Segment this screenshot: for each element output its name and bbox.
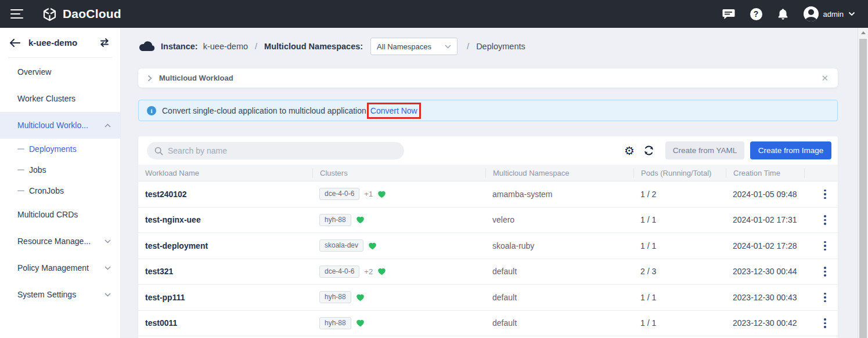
user-menu[interactable]: admin bbox=[804, 6, 855, 21]
sidebar-item-jobs[interactable]: Jobs bbox=[0, 159, 120, 180]
sidebar-item-cronjobs[interactable]: CronJobs bbox=[0, 180, 120, 201]
expand-chevron-icon[interactable] bbox=[147, 75, 152, 82]
sidebar-item-resource-manage[interactable]: Resource Manage... bbox=[0, 228, 120, 255]
column-header-actions bbox=[804, 168, 838, 178]
column-header-pods-running-total: Pods (Running/Total) bbox=[633, 168, 726, 178]
health-heart-icon bbox=[356, 319, 365, 327]
cell-creation-time: 2023-12-30 00:44 bbox=[726, 267, 804, 276]
notifications-bell-icon[interactable] bbox=[777, 8, 788, 20]
sidebar-item-label: Worker Clusters bbox=[17, 94, 111, 103]
search-icon bbox=[154, 147, 163, 155]
subitem-dash-icon bbox=[17, 190, 24, 191]
sidebar-item-multicloud-worklo[interactable]: Multicloud Worklo... bbox=[0, 112, 120, 139]
cell-namespace: amamba-system bbox=[485, 190, 633, 199]
cluster-more-count: +2 bbox=[364, 267, 373, 276]
health-heart-icon bbox=[368, 242, 377, 250]
table-row-test-deployment: test-deploymentskoala-devskoala-ruby1 / … bbox=[138, 233, 838, 259]
cell-workload-name[interactable]: test240102 bbox=[138, 190, 312, 199]
sidebar-item-overview[interactable]: Overview bbox=[0, 59, 120, 85]
create-from-image-button[interactable]: Create from Image bbox=[750, 141, 831, 159]
sidebar-item-multicloud-crds[interactable]: Multicloud CRDs bbox=[0, 201, 120, 228]
cell-clusters: skoala-dev bbox=[312, 239, 485, 252]
cell-actions bbox=[804, 316, 838, 330]
sidebar-item-worker-clusters[interactable]: Worker Clusters bbox=[0, 85, 120, 112]
sidebar-item-policy-management[interactable]: Policy Management bbox=[0, 255, 120, 281]
search-input[interactable] bbox=[147, 142, 404, 159]
kebab-menu-icon[interactable] bbox=[819, 187, 831, 202]
sidebar-item-label: Multicloud Worklo... bbox=[17, 121, 101, 130]
kebab-menu-icon[interactable] bbox=[819, 264, 831, 279]
cluster-tag: hyh-88 bbox=[319, 214, 351, 226]
breadcrumb: Instance: k-uee-demo / Multicloud Namesp… bbox=[138, 36, 838, 57]
cell-creation-time: 2024-01-02 17:28 bbox=[726, 241, 804, 250]
health-heart-icon bbox=[377, 267, 386, 275]
cell-pods: 1 / 1 bbox=[633, 293, 726, 302]
cell-workload-name[interactable]: test-nginx-uee bbox=[138, 215, 312, 224]
cell-workload-name[interactable]: test-pp111 bbox=[138, 293, 312, 302]
table-toolbar: ⚙ Create from YAML Create from Image bbox=[138, 136, 838, 165]
back-arrow-icon[interactable] bbox=[9, 39, 20, 47]
cell-workload-name[interactable]: test321 bbox=[138, 267, 312, 276]
cell-creation-time: 2024-01-02 17:31 bbox=[726, 215, 804, 224]
avatar bbox=[804, 6, 819, 21]
cluster-tag: hyh-88 bbox=[319, 291, 351, 303]
chevron-down-icon bbox=[105, 239, 111, 243]
kebab-menu-icon[interactable] bbox=[819, 213, 831, 227]
cell-workload-name[interactable]: test-deployment bbox=[138, 241, 312, 250]
breadcrumb-separator: / bbox=[465, 42, 471, 51]
kebab-menu-icon[interactable] bbox=[819, 290, 831, 305]
multicloud-workload-panel[interactable]: Multicloud Workload ✕ bbox=[138, 68, 838, 88]
chat-icon[interactable] bbox=[722, 9, 735, 20]
cell-clusters: hyh-88 bbox=[312, 317, 485, 329]
namespace-select[interactable]: All Namespaces bbox=[370, 38, 458, 55]
breadcrumb-instance-value[interactable]: k-uee-demo bbox=[203, 42, 248, 51]
close-icon[interactable]: ✕ bbox=[821, 73, 829, 83]
sidebar-item-label: Multicloud CRDs bbox=[17, 210, 111, 219]
namespace-select-value: All Namespaces bbox=[377, 42, 445, 51]
cell-pods: 1 / 1 bbox=[633, 241, 726, 250]
chevron-up-icon bbox=[105, 123, 111, 128]
sidebar-item-system-settings[interactable]: System Settings bbox=[0, 281, 120, 308]
cell-pods: 1 / 2 bbox=[633, 190, 726, 199]
create-from-yaml-button[interactable]: Create from YAML bbox=[665, 141, 744, 159]
sidebar-item-label: CronJobs bbox=[29, 186, 111, 195]
scrollbar-up-arrow-icon[interactable] bbox=[858, 28, 868, 38]
cell-pods: 1 / 1 bbox=[633, 215, 726, 224]
convert-now-link[interactable]: Convert Now bbox=[370, 106, 417, 115]
cell-clusters: hyh-88 bbox=[312, 214, 485, 226]
sidebar-item-deployments[interactable]: Deployments bbox=[0, 139, 120, 159]
cluster-tag: skoala-dev bbox=[319, 239, 363, 252]
cell-actions bbox=[804, 187, 838, 202]
cell-creation-time: 2023-12-30 00:42 bbox=[726, 318, 804, 328]
menu-icon[interactable] bbox=[10, 9, 23, 19]
sidebar-item-label: System Settings bbox=[17, 290, 101, 299]
vertical-scrollbar[interactable] bbox=[858, 28, 868, 338]
refresh-icon[interactable] bbox=[643, 145, 654, 156]
cell-namespace: skoala-ruby bbox=[485, 241, 633, 250]
cell-creation-time: 2024-01-05 09:48 bbox=[726, 190, 804, 199]
cluster-tag: dce-4-0-6 bbox=[319, 266, 359, 278]
breadcrumb-instance-label: Instance: bbox=[161, 42, 198, 51]
table-body: test240102dce-4-0-6+1amamba-system1 / 22… bbox=[138, 181, 838, 336]
cell-workload-name[interactable]: test0011 bbox=[138, 318, 312, 328]
instance-title: k-uee-demo bbox=[28, 38, 91, 48]
cell-clusters: hyh-88 bbox=[312, 291, 485, 303]
table-row-test321: test321dce-4-0-6+2default2 / 32023-12-30… bbox=[138, 259, 838, 285]
subitem-dash-icon bbox=[17, 169, 24, 170]
info-icon: i bbox=[147, 106, 156, 115]
help-icon[interactable]: ? bbox=[750, 8, 762, 20]
table-row-test240102: test240102dce-4-0-6+1amamba-system1 / 22… bbox=[138, 181, 838, 208]
red-annotation-box: Convert Now bbox=[367, 103, 421, 119]
breadcrumb-separator: / bbox=[253, 42, 259, 51]
scrollbar-thumb[interactable] bbox=[859, 39, 867, 338]
user-name: admin bbox=[823, 10, 844, 19]
table-row-test-nginx-uee: test-nginx-ueehyh-88velero1 / 12024-01-0… bbox=[138, 208, 838, 234]
gear-icon[interactable]: ⚙ bbox=[624, 145, 635, 157]
chevron-down-icon bbox=[848, 12, 855, 16]
kebab-menu-icon[interactable] bbox=[819, 316, 831, 330]
brand-name: DaoCloud bbox=[63, 7, 121, 21]
switch-instance-icon[interactable] bbox=[99, 38, 110, 47]
topbar: DaoCloud ? admin bbox=[0, 0, 868, 28]
cell-actions bbox=[804, 239, 838, 253]
kebab-menu-icon[interactable] bbox=[819, 239, 831, 253]
